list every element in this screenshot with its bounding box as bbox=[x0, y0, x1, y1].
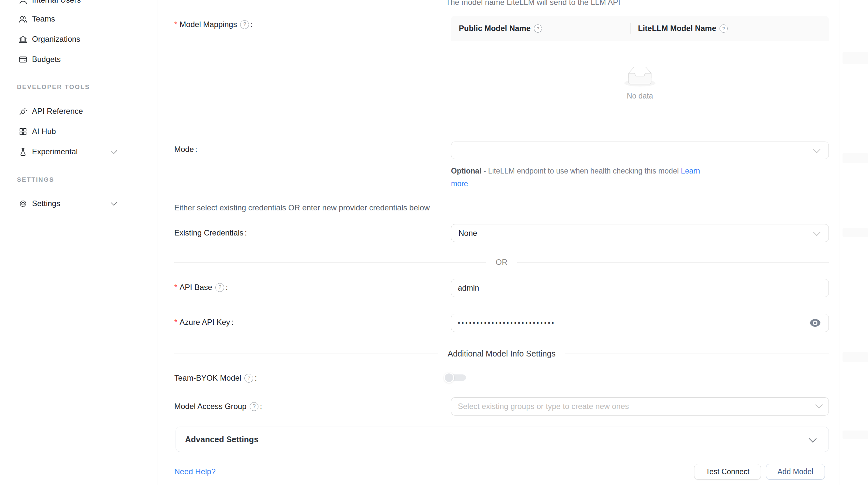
gear-icon bbox=[19, 199, 27, 208]
chevron-down-icon bbox=[813, 228, 821, 236]
api-icon bbox=[19, 107, 27, 116]
sidebar-item-label: Settings bbox=[32, 199, 60, 208]
sidebar-item-label: Internal Users bbox=[32, 0, 81, 5]
additional-settings-divider: Additional Model Info Settings bbox=[174, 349, 829, 358]
required-asterisk: * bbox=[174, 283, 177, 292]
advanced-settings-title: Advanced Settings bbox=[185, 435, 258, 444]
sidebar-item-settings[interactable]: Settings bbox=[0, 196, 158, 212]
no-data-text: No data bbox=[627, 92, 653, 100]
chevron-down-icon bbox=[111, 148, 117, 154]
azure-api-key-label: * Azure API Key : bbox=[174, 316, 234, 329]
chevron-down-icon bbox=[809, 434, 816, 442]
sidebar-item-label: Organizations bbox=[32, 35, 80, 44]
help-icon[interactable]: ? bbox=[240, 20, 249, 29]
chevron-down-icon bbox=[111, 199, 117, 206]
sidebar: Internal Users Teams Organizations Budge… bbox=[0, 0, 158, 485]
add-model-page: Internal Users Teams Organizations Budge… bbox=[0, 0, 868, 485]
sidebar-item-experimental[interactable]: Experimental bbox=[0, 144, 158, 160]
team-byok-label: Team-BYOK Model ? : bbox=[174, 371, 257, 385]
sidebar-item-budgets[interactable]: Budgets bbox=[0, 52, 158, 67]
credit-card-icon bbox=[19, 55, 27, 64]
need-help-link[interactable]: Need Help? bbox=[174, 467, 216, 477]
add-model-button[interactable]: Add Model bbox=[766, 464, 825, 480]
sidebar-section-settings: SETTINGS bbox=[17, 175, 54, 184]
table-header-row: Public Model Name ? LiteLLM Model Name ? bbox=[451, 15, 829, 41]
sidebar-item-label: AI Hub bbox=[32, 127, 56, 136]
chevron-down-icon bbox=[813, 146, 821, 153]
required-asterisk: * bbox=[174, 318, 177, 327]
model-access-group-label: Model Access Group ? : bbox=[174, 400, 262, 413]
sidebar-item-teams[interactable]: Teams bbox=[0, 11, 158, 27]
sidebar-item-internal-users[interactable]: Internal Users bbox=[0, 0, 158, 8]
sidebar-section-developer-tools: DEVELOPER TOOLS bbox=[17, 83, 90, 92]
litellm-model-help-text: The model name LiteLLM will send to the … bbox=[446, 0, 620, 7]
help-icon[interactable]: ? bbox=[215, 283, 224, 292]
table-empty-state: No data bbox=[451, 41, 829, 128]
eye-icon[interactable] bbox=[809, 317, 822, 329]
column-divider bbox=[630, 23, 631, 34]
mode-help-text: Optional - LiteLLM endpoint to use when … bbox=[451, 165, 718, 190]
team-byok-toggle[interactable] bbox=[444, 373, 467, 383]
help-icon[interactable]: ? bbox=[534, 25, 542, 33]
empty-inbox-icon bbox=[624, 67, 656, 87]
model-mappings-table: Public Model Name ? LiteLLM Model Name ? bbox=[451, 15, 829, 126]
or-divider-text: OR bbox=[496, 258, 507, 267]
sidebar-item-label: Experimental bbox=[32, 147, 78, 156]
usergroup-icon bbox=[19, 15, 27, 24]
existing-credentials-label: Existing Credentials : bbox=[174, 226, 247, 239]
credentials-note: Either select existing credentials OR en… bbox=[174, 203, 430, 213]
api-base-label: * API Base ? : bbox=[174, 281, 228, 294]
sidebar-item-label: Budgets bbox=[32, 55, 61, 64]
column-header-public-model-name: Public Model Name ? bbox=[451, 24, 630, 33]
mode-select[interactable] bbox=[451, 141, 829, 159]
help-icon[interactable]: ? bbox=[244, 374, 253, 383]
model-access-group-select[interactable] bbox=[451, 397, 829, 416]
model-mappings-label: * Model Mappings ? : bbox=[174, 18, 253, 31]
help-icon[interactable]: ? bbox=[719, 25, 728, 33]
sidebar-item-api-reference[interactable]: API Reference bbox=[0, 103, 158, 119]
experiment-flask-icon bbox=[19, 148, 27, 156]
user-icon bbox=[19, 0, 27, 5]
or-divider: OR bbox=[174, 257, 829, 267]
mode-label: Mode : bbox=[174, 143, 197, 156]
api-base-input[interactable] bbox=[451, 279, 829, 297]
sidebar-item-ai-hub[interactable]: AI Hub bbox=[0, 124, 158, 139]
help-icon[interactable]: ? bbox=[250, 402, 258, 411]
additional-settings-divider-text: Additional Model Info Settings bbox=[448, 349, 556, 358]
azure-api-key-input[interactable] bbox=[451, 314, 829, 332]
sidebar-item-label: API Reference bbox=[32, 107, 83, 116]
test-connect-button[interactable]: Test Connect bbox=[694, 464, 761, 480]
column-header-litellm-model-name: LiteLLM Model Name ? bbox=[630, 24, 728, 33]
sidebar-item-label: Teams bbox=[32, 14, 55, 24]
appstore-icon bbox=[19, 127, 27, 136]
sidebar-item-organizations[interactable]: Organizations bbox=[0, 31, 158, 47]
page-right-strip bbox=[840, 0, 868, 485]
required-asterisk: * bbox=[174, 20, 177, 29]
existing-credentials-select[interactable]: None bbox=[451, 224, 829, 242]
bank-icon bbox=[19, 35, 27, 44]
advanced-settings-panel[interactable]: Advanced Settings bbox=[176, 427, 829, 452]
